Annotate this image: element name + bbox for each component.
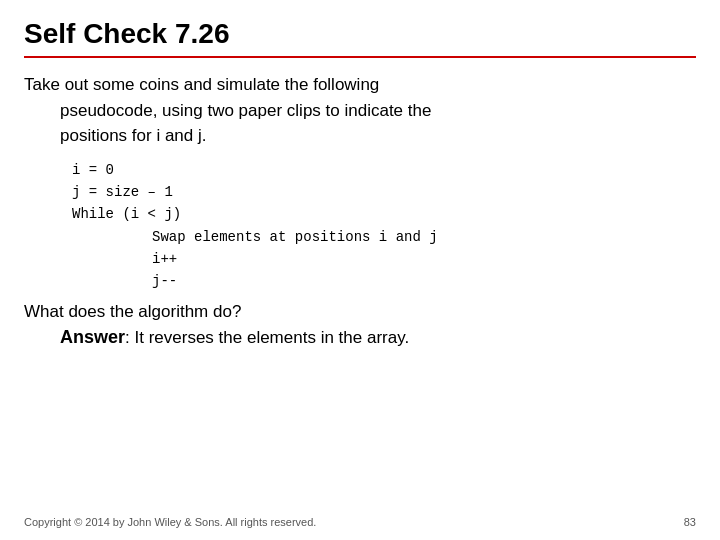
code-line-5: i++ <box>152 248 696 270</box>
code-block: i = 0 j = size – 1 While (i < j) Swap el… <box>72 159 696 293</box>
code-line-3: While (i < j) <box>72 203 696 225</box>
intro-line3: positions for i and j. <box>60 123 206 149</box>
answer-label: Answer <box>60 327 125 347</box>
code-line-2: j = size – 1 <box>72 181 696 203</box>
page-title: Self Check 7.26 <box>24 18 696 50</box>
page-container: Self Check 7.26 Take out some coins and … <box>0 0 720 540</box>
title-divider <box>24 56 696 58</box>
code-line-6: j-- <box>152 270 696 292</box>
question-text: What does the algorithm do? <box>24 299 696 325</box>
intro-line2: pseudocode, using two paper clips to ind… <box>60 98 431 124</box>
intro-line1: Take out some coins and simulate the fol… <box>24 75 379 94</box>
code-line-4: Swap elements at positions i and j <box>152 226 696 248</box>
code-line-1: i = 0 <box>72 159 696 181</box>
page-number: 83 <box>684 516 696 528</box>
answer-text: It reverses the elements in the array. <box>130 328 409 347</box>
intro-paragraph: Take out some coins and simulate the fol… <box>24 72 696 149</box>
footer: Copyright © 2014 by John Wiley & Sons. A… <box>24 516 696 528</box>
answer-line: Answer: It reverses the elements in the … <box>60 324 696 351</box>
copyright-text: Copyright © 2014 by John Wiley & Sons. A… <box>24 516 316 528</box>
